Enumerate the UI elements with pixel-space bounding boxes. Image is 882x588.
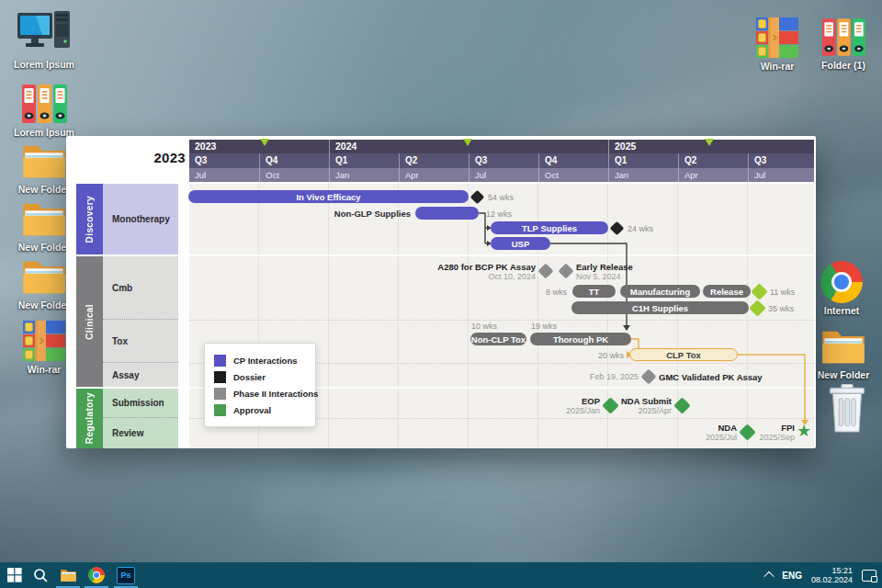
ms-title: Early Release: [576, 262, 633, 272]
clock-date: 08.02.2024: [811, 575, 853, 584]
icon-label: Lorem Ipsum: [7, 59, 81, 70]
folder-icon: [20, 257, 68, 298]
taskbar-search-button[interactable]: [28, 562, 53, 588]
legend-label: CP Interactions: [233, 356, 298, 366]
folder-icon: [20, 199, 68, 240]
legend-label: Approval: [233, 405, 271, 415]
legend-label: Phase II Interactions: [233, 389, 318, 399]
ms-title: FPI: [657, 423, 795, 433]
end-milestone-diamond: [470, 190, 485, 205]
taskbar-file-explorer[interactable]: [55, 562, 81, 588]
end-milestone-diamond: [749, 300, 765, 316]
trash-icon: [826, 384, 868, 434]
ms-title: NDA Submit: [534, 396, 672, 406]
gantt-bar-manufacturing[interactable]: Manufacturing: [620, 285, 700, 298]
language-indicator[interactable]: ENG: [782, 571, 802, 581]
legend-item-dossier: Dossier: [214, 368, 306, 385]
winrar-icon: [756, 17, 798, 59]
milestone-text: A280 for BCP PK AssayOct 10, 2024: [398, 262, 536, 282]
gantt-bar-in-vivo-efficacy[interactable]: In Vivo Efficacy: [188, 190, 469, 203]
milestone-star-fpi[interactable]: ★: [797, 423, 811, 439]
duration-label: 10 wks: [471, 322, 497, 331]
duration-label: 35 wks: [768, 304, 794, 313]
taskbar-chrome[interactable]: [84, 562, 109, 588]
gantt-window: 2023 202320242025 Q3Q4Q1Q2Q3Q4Q1Q2Q3 Jul…: [66, 136, 816, 448]
desktop-icon-binders[interactable]: Lorem Ipsum: [7, 83, 81, 138]
legend-swatch: [214, 355, 226, 367]
milestone-text: GMC Validated PK Assay: [659, 372, 763, 382]
ms-date: 2025/Sep: [657, 433, 795, 443]
hidden-icons-chevron[interactable]: [764, 571, 775, 582]
desktop-icon-recycle-bin[interactable]: [818, 384, 876, 435]
end-milestone-diamond: [751, 283, 767, 300]
legend-item-approval: Approval: [214, 401, 306, 418]
start-button[interactable]: [2, 562, 28, 588]
gantt-bar-c1h-supplies[interactable]: C1H Supplies: [571, 301, 749, 314]
duration-label: 19 wks: [531, 322, 557, 331]
duration-label: 24 wks: [628, 224, 653, 233]
milestone-diamond-early-release[interactable]: [559, 264, 574, 279]
desktop-icon-folder-1[interactable]: Folder (1): [808, 17, 878, 71]
computer-icon: [17, 11, 71, 57]
legend-swatch: [214, 371, 226, 383]
legend-item-phase-ii-interactions: Phase II Interactions: [214, 385, 306, 401]
icon-label: Folder (1): [808, 60, 878, 71]
photoshop-icon: Ps: [117, 567, 135, 584]
winrar-icon: [23, 320, 65, 362]
ms-date: Nov 5, 2024: [576, 272, 633, 282]
duration-label: 12 wks: [486, 209, 512, 219]
duration-label: 54 wks: [488, 193, 514, 202]
gantt-bar-release[interactable]: Release: [703, 285, 751, 298]
ms-title: GMC Validated PK Assay: [659, 372, 763, 382]
taskbar: Ps ENG 15:21 08.02.2024: [0, 562, 882, 588]
milestone-diamond-nda-submit[interactable]: [673, 397, 690, 413]
folder-icon: [20, 141, 68, 182]
ms-date: Feb 19, 2025: [501, 372, 639, 382]
milestone-text: FPI2025/Sep: [657, 423, 795, 443]
chrome-icon: [820, 261, 863, 303]
duration-label: 8 wks: [546, 288, 567, 297]
desktop-icon-internet[interactable]: Internet: [807, 261, 876, 316]
milestone-text: Early ReleaseNov 5, 2024: [576, 262, 633, 282]
chrome-icon: [88, 567, 105, 583]
ms-date: Oct 10, 2024: [398, 272, 536, 282]
gantt-bar-tlp-supplies[interactable]: TLP Supplies: [491, 221, 608, 234]
legend-label: Dossier: [233, 372, 266, 382]
milestone-text: NDA Submit2025/Apr: [534, 396, 672, 416]
search-icon: [33, 568, 48, 582]
gantt-bar-clp-tox[interactable]: CLP Tox: [629, 348, 738, 361]
folder-icon: [820, 327, 867, 368]
gantt-bar-non-glp-supplies[interactable]: [415, 207, 479, 220]
icon-label: Win-rar: [742, 61, 812, 72]
notification-tray-icon[interactable]: [862, 570, 876, 582]
gantt-bar-label: Non-GLP Supplies: [334, 209, 411, 219]
taskbar-clock[interactable]: 15:21 08.02.2024: [811, 566, 853, 584]
gantt-bar-tt[interactable]: TT: [572, 285, 616, 298]
end-milestone-diamond: [610, 221, 625, 236]
gantt-bar-non-clp-tox[interactable]: Non-CLP Tox: [470, 333, 526, 345]
duration-label: 20 wks: [598, 351, 624, 360]
desktop-icon-winrar[interactable]: Win-rar: [742, 17, 812, 72]
windows-logo-icon: [7, 568, 22, 582]
milestone-diamond-a280-for-bcp-pk-assay[interactable]: [538, 264, 554, 279]
legend-item-cp-interactions: CP Interactions: [214, 352, 306, 368]
legend: CP InteractionsDossierPhase II Interacti…: [204, 343, 316, 427]
gantt-bar-thorough-pk[interactable]: Thorough PK: [530, 333, 631, 345]
gantt-bar-usp[interactable]: USP: [491, 237, 550, 250]
ms-title: A280 for BCP PK Assay: [398, 262, 536, 272]
clock-time: 15:21: [811, 566, 853, 575]
duration-label: 11 wks: [770, 288, 795, 297]
milestone-diamond-gmc-validated-pk-assay[interactable]: [641, 369, 657, 385]
taskbar-photoshop[interactable]: Ps: [113, 562, 139, 588]
ms-date: 2025/Apr: [534, 406, 672, 416]
folder-icon: [60, 568, 77, 583]
icon-label: New Folder: [808, 369, 878, 380]
binders-icon: [821, 17, 865, 58]
desktop-icon-new-folder[interactable]: New Folder: [808, 327, 878, 380]
icon-label: Internet: [807, 305, 876, 316]
legend-swatch: [214, 388, 226, 400]
legend-swatch: [214, 404, 226, 416]
binders-icon: [21, 83, 67, 125]
milestone-text: Feb 19, 2025: [501, 372, 639, 382]
desktop-icon-computer[interactable]: Lorem Ipsum: [7, 11, 81, 70]
